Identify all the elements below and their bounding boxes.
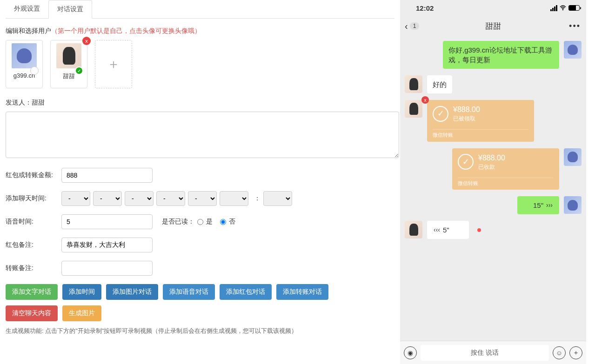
time-sec-select[interactable] xyxy=(220,191,248,206)
user-selected-icon: ✓ xyxy=(75,66,83,75)
svg-point-0 xyxy=(562,9,563,10)
sender-name: 甜甜 xyxy=(32,99,45,106)
transfer-status: 已收款 xyxy=(478,163,505,171)
sound-wave-icon: ‹‹‹ xyxy=(434,225,440,235)
message-avatar xyxy=(564,196,582,214)
transfer-status: 已被领取 xyxy=(453,115,480,123)
add-image-button[interactable]: 添加图片对话 xyxy=(106,284,158,300)
sender-label: 发送人： xyxy=(6,99,32,106)
amount-label: 红包或转账金额: xyxy=(6,171,61,179)
battery-icon xyxy=(568,5,580,11)
add-transfer-button[interactable]: 添加转账对话 xyxy=(276,284,328,300)
signal-icon xyxy=(550,5,557,11)
time-colon: ： xyxy=(254,194,261,203)
time-day-select[interactable]: - xyxy=(125,191,154,206)
check-icon: ✓ xyxy=(433,106,448,122)
transfer-bubble[interactable]: ✓¥888.00已收款微信转账 xyxy=(452,148,559,190)
transfer-footer: 微信转账 xyxy=(458,178,554,187)
chat-nav-bar: ‹ 1 甜甜 ••• xyxy=(400,16,586,36)
message-textarea[interactable] xyxy=(6,112,399,158)
transfer-amount: ¥888.00 xyxy=(453,105,480,115)
time-year-select[interactable]: - xyxy=(61,191,90,206)
user-item-other[interactable]: x ✓ 甜甜 xyxy=(50,40,87,88)
message-avatar xyxy=(405,75,422,93)
clear-chat-button[interactable]: 清空聊天内容 xyxy=(6,305,58,321)
transfer-bubble[interactable]: ✓¥888.00已被领取微信转账 xyxy=(427,100,534,142)
wifi-icon xyxy=(559,5,567,11)
chat-message[interactable]: 15"››› xyxy=(405,196,582,214)
chat-message[interactable]: ✓¥888.00已收款微信转账 xyxy=(405,148,582,190)
voice-time-input[interactable] xyxy=(61,214,153,229)
chat-message[interactable]: ‹‹‹5" xyxy=(405,221,582,239)
emoji-icon[interactable]: ☺ xyxy=(553,346,566,359)
amount-input[interactable] xyxy=(61,168,153,183)
user-avatar[interactable] xyxy=(12,43,37,68)
time-extra-select[interactable] xyxy=(263,191,292,206)
read-yes-radio[interactable] xyxy=(197,219,203,225)
sound-wave-icon: ››› xyxy=(546,201,553,210)
user-avatar[interactable] xyxy=(56,43,81,68)
transfer-note-label: 转账备注: xyxy=(6,264,61,272)
user-list: g399.cn x ✓ 甜甜 ＋ xyxy=(6,40,394,88)
add-voice-button[interactable]: 添加语音对话 xyxy=(163,284,215,300)
chat-message[interactable]: 好的 xyxy=(405,75,582,93)
chat-body[interactable]: 你好,g399.cn论坛地址下载工具游戏，每日更新好的x✓¥888.00已被领取… xyxy=(400,36,586,341)
read-label: 是否已读： xyxy=(162,218,194,226)
chat-message[interactable]: x✓¥888.00已被领取微信转账 xyxy=(405,100,582,142)
chat-title: 甜甜 xyxy=(400,21,586,32)
redpack-note-input[interactable] xyxy=(61,238,153,252)
voice-bubble[interactable]: ‹‹‹5" xyxy=(427,221,469,239)
time-month-select[interactable]: - xyxy=(93,191,122,206)
add-user-button[interactable]: ＋ xyxy=(95,40,132,88)
transfer-footer: 微信转账 xyxy=(433,129,528,139)
tab-dialog[interactable]: 对话设置 xyxy=(48,0,92,19)
user-section-title: 编辑和选择用户（第一个用户默认是自己，点击头像可更换头像哦） xyxy=(6,27,394,35)
message-avatar xyxy=(405,221,422,238)
message-avatar xyxy=(405,100,422,118)
chat-message[interactable]: 你好,g399.cn论坛地址下载工具游戏，每日更新 xyxy=(405,41,582,69)
delete-message-icon[interactable]: x xyxy=(421,96,429,104)
generate-image-button[interactable]: 生成图片 xyxy=(62,305,101,321)
redpack-note-label: 红包备注: xyxy=(6,241,61,249)
user-select-indicator xyxy=(30,66,39,75)
phone-preview: 12:02 ‹ 1 甜甜 ••• 你好,g399.cn论坛地址下载工具游戏，每日… xyxy=(400,0,586,364)
add-redpack-button[interactable]: 添加红包对话 xyxy=(220,284,272,300)
transfer-amount: ¥888.00 xyxy=(478,153,505,163)
status-bar: 12:02 xyxy=(400,0,586,16)
user-item-self[interactable]: g399.cn xyxy=(6,40,43,88)
transfer-note-input[interactable] xyxy=(61,261,153,276)
more-icon[interactable]: ••• xyxy=(569,21,581,31)
user-section-hint: （第一个用户默认是自己，点击头像可更换头像哦） xyxy=(51,27,201,34)
read-no-label: 否 xyxy=(229,218,235,226)
hold-to-talk-button[interactable]: 按住 说话 xyxy=(421,345,549,361)
status-time: 12:02 xyxy=(416,4,434,12)
message-avatar xyxy=(564,148,582,166)
voice-duration: 15" xyxy=(533,200,543,210)
voice-duration: 5" xyxy=(443,225,449,235)
sender-row: 发送人：甜甜 xyxy=(6,99,394,107)
add-text-button[interactable]: 添加文字对话 xyxy=(6,284,58,300)
voice-time-label: 语音时间: xyxy=(6,218,61,226)
delete-user-icon[interactable]: x xyxy=(82,37,91,45)
check-icon: ✓ xyxy=(458,154,474,170)
add-time-button[interactable]: 添加时间 xyxy=(62,284,101,300)
voice-toggle-icon[interactable]: ◉ xyxy=(404,346,417,359)
chat-input-bar: ◉ 按住 说话 ☺ ＋ xyxy=(400,341,586,364)
tab-appearance[interactable]: 外观设置 xyxy=(6,0,48,18)
plus-icon[interactable]: ＋ xyxy=(569,346,582,359)
read-no-radio[interactable] xyxy=(220,219,226,225)
text-bubble: 你好,g399.cn论坛地址下载工具游戏，每日更新 xyxy=(443,41,559,69)
time-hour-select[interactable]: - xyxy=(156,191,185,206)
user-section-prefix: 编辑和选择用户 xyxy=(6,27,51,34)
unread-dot-icon xyxy=(477,228,481,232)
time-label: 添加聊天时间: xyxy=(6,194,61,203)
voice-bubble[interactable]: 15"››› xyxy=(517,196,559,214)
time-min-select[interactable]: - xyxy=(188,191,217,206)
text-bubble: 好的 xyxy=(427,75,452,93)
message-avatar xyxy=(564,41,582,59)
read-yes-label: 是 xyxy=(206,218,213,226)
video-footnote: 生成视频功能: 点击下方的"开始录制"按钮即可录制视频（停止录制后会在右侧生成视… xyxy=(6,327,394,335)
settings-tabs: 外观设置 对话设置 xyxy=(6,0,394,19)
